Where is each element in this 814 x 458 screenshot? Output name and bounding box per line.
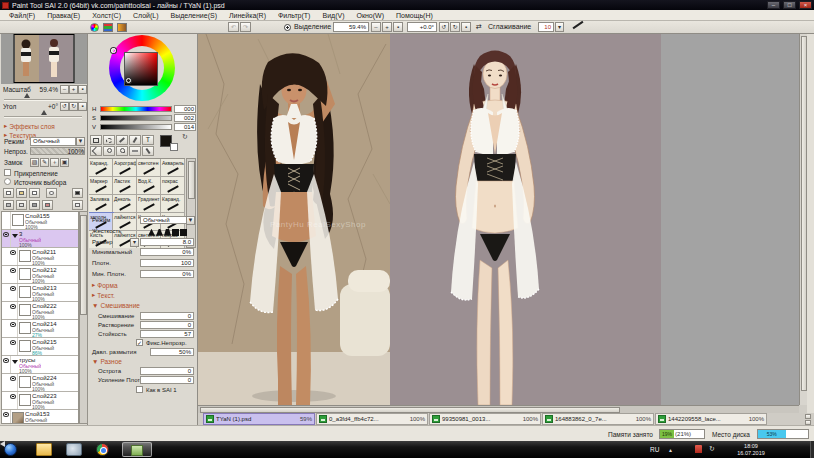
- merge-down-button[interactable]: [29, 200, 40, 210]
- chrome-icon[interactable]: [96, 443, 109, 456]
- layer-row[interactable]: Слой222 Обычный 100%: [2, 302, 78, 320]
- smoothing-value-box[interactable]: 10: [538, 22, 554, 32]
- layer-row[interactable]: 3 Обычный 100%: [2, 230, 78, 248]
- brush-preset[interactable]: Заливка: [89, 195, 113, 213]
- folder-expand-icon[interactable]: [12, 234, 18, 238]
- menu-item[interactable]: Слой(L): [127, 12, 165, 19]
- action-center-flag-icon[interactable]: [695, 445, 702, 453]
- canvas-vertical-scrollbar[interactable]: [799, 34, 807, 405]
- folder-expand-icon[interactable]: [12, 360, 18, 364]
- lasso-tool[interactable]: [103, 135, 115, 145]
- nav-zoom-out-button[interactable]: –: [60, 85, 69, 94]
- layer-visibility-toggle[interactable]: [9, 266, 18, 283]
- canvas[interactable]: PantyHu RealSexyShop: [198, 34, 799, 405]
- color-mixer-toggle-icon[interactable]: [117, 23, 127, 32]
- dilution-box[interactable]: 0: [140, 321, 194, 329]
- color-wheel-toggle-icon[interactable]: [90, 23, 99, 32]
- nav-rotate-cw-button[interactable]: ↻: [69, 102, 78, 111]
- angle-reset-button[interactable]: ▪: [461, 22, 471, 32]
- keep-opacity-checkbox[interactable]: ✓: [136, 339, 143, 346]
- v-scrollbar-thumb[interactable]: [801, 36, 807, 391]
- flip-tool[interactable]: [129, 146, 141, 156]
- scale-slider-marker[interactable]: [24, 93, 30, 98]
- layer-mode-dropdown-button[interactable]: ▼: [76, 137, 85, 146]
- value-value[interactable]: 014: [174, 123, 196, 131]
- sync-icon[interactable]: ↻: [709, 445, 715, 453]
- brush-preset[interactable]: Каранд.: [89, 159, 113, 177]
- hue-marker[interactable]: [111, 48, 116, 53]
- menu-item[interactable]: Помощь(H): [390, 12, 439, 19]
- angle-slider-marker[interactable]: [41, 110, 47, 115]
- layer-visibility-toggle[interactable]: [2, 410, 11, 424]
- duplicate-layer-button[interactable]: [16, 200, 27, 210]
- document-tab[interactable]: 99350981_0013... 100%: [429, 413, 541, 425]
- nav-scale-slider[interactable]: [4, 99, 82, 101]
- rotate-tool[interactable]: [116, 146, 128, 156]
- layer-row[interactable]: Слой213 Обычный 100%: [2, 284, 78, 302]
- sai-taskbar-button[interactable]: [122, 442, 152, 457]
- layer-effects-header[interactable]: ▸Эффекты слоя: [4, 122, 55, 130]
- layer-visibility-toggle[interactable]: [9, 248, 18, 265]
- layer-row[interactable]: Слой224 Обычный 100%: [2, 374, 78, 392]
- eyedropper-tool[interactable]: [142, 146, 154, 156]
- rotate-cw-button[interactable]: ↻: [450, 22, 460, 32]
- rotate-ccw-button[interactable]: ↺: [439, 22, 449, 32]
- magic-wand-tool[interactable]: [116, 135, 128, 145]
- brush-preset[interactable]: Ластик: [113, 177, 137, 195]
- maximize-button[interactable]: □: [783, 1, 796, 9]
- layer-visibility-toggle[interactable]: [9, 338, 18, 355]
- layer-visibility-toggle[interactable]: [9, 392, 18, 409]
- swap-colors-icon[interactable]: ↻: [182, 133, 188, 141]
- brush-preset[interactable]: покрас: [161, 177, 185, 195]
- explorer-icon[interactable]: [36, 443, 52, 456]
- layer-mask-button[interactable]: [72, 188, 83, 198]
- brush-mode-dropdown-button[interactable]: ▼: [186, 216, 195, 225]
- sharpness-box[interactable]: 0: [140, 367, 194, 375]
- lock-move-icon[interactable]: ＋: [50, 158, 59, 167]
- lock-all-icon[interactable]: ▣: [60, 158, 69, 167]
- density-slider[interactable]: 100: [140, 259, 194, 267]
- secondary-color-swatch[interactable]: [170, 143, 178, 151]
- layer-row[interactable]: Слой211 Обычный 100%: [2, 248, 78, 266]
- document-tab[interactable]: 164883862_0_7e... 100%: [542, 413, 654, 425]
- blur-pressure-slider[interactable]: 50%: [150, 348, 194, 356]
- angle-value-box[interactable]: +0.0°: [407, 22, 437, 32]
- density-boost-box[interactable]: 0: [140, 376, 194, 384]
- rect-select-tool[interactable]: [90, 135, 102, 145]
- menu-item[interactable]: Фильтр(T): [272, 12, 316, 19]
- layer-visibility-toggle[interactable]: [9, 320, 18, 337]
- misc-section-header[interactable]: ▼Разное: [92, 358, 122, 365]
- brush-preset[interactable]: Маркер: [89, 177, 113, 195]
- nav-zoom-in-button[interactable]: +: [69, 85, 78, 94]
- hue-value[interactable]: 000: [174, 105, 196, 113]
- layer-row[interactable]: Слой153 Обычный 100%: [2, 410, 78, 424]
- new-lineart-layer-button[interactable]: [29, 188, 40, 198]
- brush-preset[interactable]: Вод.К.: [137, 177, 161, 195]
- minimize-button[interactable]: –: [767, 1, 780, 9]
- menu-item[interactable]: Холст(C): [86, 12, 127, 19]
- persistence-slider[interactable]: 57: [140, 330, 194, 338]
- move-tool[interactable]: [90, 146, 102, 156]
- nav-angle-reset-button[interactable]: ▪: [78, 102, 87, 111]
- zoom-value-box[interactable]: 59.4%: [333, 22, 369, 32]
- layer-visibility-toggle[interactable]: [9, 284, 18, 301]
- saturation-value[interactable]: 002: [174, 114, 196, 122]
- selection-source-radio[interactable]: [4, 178, 11, 185]
- menu-item[interactable]: Правка(E): [41, 12, 86, 19]
- start-button[interactable]: [4, 443, 17, 456]
- layer-row[interactable]: Слой215 Обычный 86%: [2, 338, 78, 356]
- layer-row[interactable]: трусы Обычный 100%: [2, 356, 78, 374]
- brush-preset[interactable]: Каранд.: [161, 195, 185, 213]
- brush-preset[interactable]: Аэрограф: [113, 159, 137, 177]
- sai1-mode-checkbox[interactable]: [136, 386, 143, 393]
- saturation-slider[interactable]: [100, 115, 172, 121]
- tray-expand-icon[interactable]: ▲: [668, 447, 673, 453]
- undo-button[interactable]: ↶: [228, 22, 239, 32]
- brush-preset[interactable]: светотен: [137, 159, 161, 177]
- lock-transparency-icon[interactable]: ▨: [30, 158, 39, 167]
- layer-visibility-toggle[interactable]: [2, 212, 11, 229]
- hue-slider[interactable]: [100, 106, 172, 112]
- menu-item[interactable]: Файл(F): [3, 12, 41, 19]
- min-density-box[interactable]: 0%: [140, 270, 194, 278]
- layer-row[interactable]: Слой223 Обычный 100%: [2, 392, 78, 410]
